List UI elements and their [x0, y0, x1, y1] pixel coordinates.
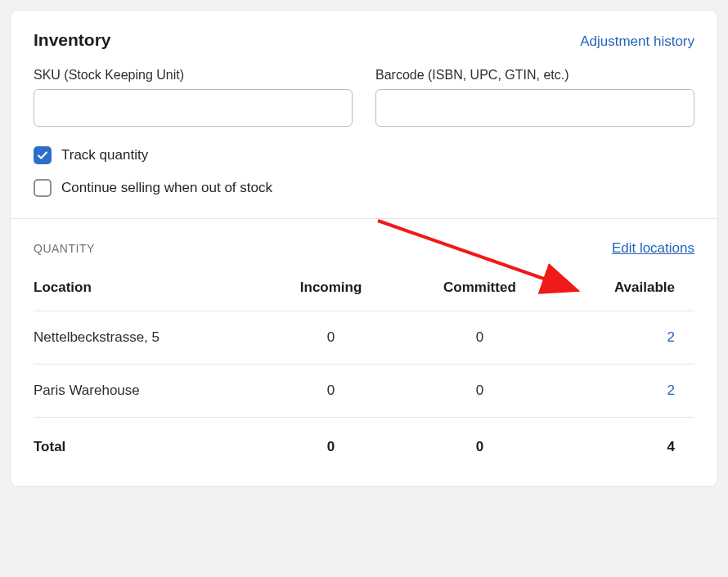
continue-selling-label: Continue selling when out of stock: [61, 180, 272, 196]
col-committed: Committed: [397, 280, 562, 311]
total-label: Total: [34, 418, 265, 463]
subheader-row: QUANTITY Edit locations: [34, 240, 694, 257]
continue-selling-checkbox[interactable]: [34, 179, 52, 197]
sku-field: SKU (Stock Keeping Unit): [34, 68, 353, 127]
total-committed: 0: [397, 418, 562, 463]
table-row: Paris Warehouse 0 0 2: [34, 365, 694, 418]
table-header-row: Location Incoming Committed Available: [34, 280, 694, 311]
sku-label: SKU (Stock Keeping Unit): [34, 68, 353, 83]
track-quantity-label: Track quantity: [61, 147, 148, 163]
track-quantity-row[interactable]: Track quantity: [34, 146, 694, 164]
continue-selling-row[interactable]: Continue selling when out of stock: [34, 179, 694, 197]
checkmark-icon: [37, 150, 48, 161]
col-location: Location: [34, 280, 265, 311]
cell-location: Nettelbeckstrasse, 5: [34, 311, 265, 365]
col-available: Available: [562, 280, 694, 311]
table-row: Nettelbeckstrasse, 5 0 0 2: [34, 311, 694, 365]
adjustment-history-link[interactable]: Adjustment history: [580, 34, 694, 50]
header-row: Inventory Adjustment history: [34, 30, 694, 50]
col-incoming: Incoming: [265, 280, 398, 311]
cell-available: 2: [562, 365, 694, 418]
cell-location: Paris Warehouse: [34, 365, 265, 418]
field-row: SKU (Stock Keeping Unit) Barcode (ISBN, …: [34, 68, 694, 127]
total-incoming: 0: [265, 418, 398, 463]
cell-committed: 0: [397, 311, 562, 365]
card-bottom-section: QUANTITY Edit locations Location Incomin…: [11, 219, 717, 486]
sku-input[interactable]: [34, 89, 353, 127]
edit-locations-link[interactable]: Edit locations: [612, 240, 694, 257]
cell-available: 2: [562, 311, 694, 365]
cell-incoming: 0: [265, 311, 398, 365]
track-quantity-checkbox[interactable]: [34, 146, 52, 164]
barcode-field: Barcode (ISBN, UPC, GTIN, etc.): [375, 68, 694, 127]
available-link[interactable]: 2: [667, 329, 675, 345]
barcode-input[interactable]: [375, 89, 694, 127]
card-top-section: Inventory Adjustment history SKU (Stock …: [11, 11, 717, 218]
total-available: 4: [562, 418, 694, 463]
table-total-row: Total 0 0 4: [34, 418, 694, 463]
cell-committed: 0: [397, 365, 562, 418]
quantity-table: Location Incoming Committed Available Ne…: [34, 280, 694, 462]
quantity-subheader: QUANTITY: [34, 242, 95, 255]
cell-incoming: 0: [265, 365, 398, 418]
barcode-label: Barcode (ISBN, UPC, GTIN, etc.): [375, 68, 694, 83]
available-link[interactable]: 2: [667, 382, 675, 398]
inventory-card: Inventory Adjustment history SKU (Stock …: [10, 10, 718, 487]
card-title: Inventory: [34, 30, 111, 50]
